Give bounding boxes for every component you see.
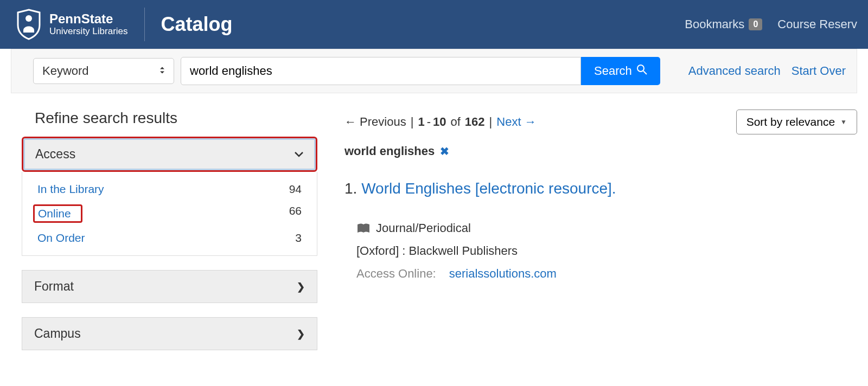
facet-link-on-order[interactable]: On Order bbox=[37, 231, 85, 245]
chevron-down-icon bbox=[294, 149, 304, 160]
pager-of: of bbox=[451, 115, 461, 129]
search-type-select[interactable]: Keyword bbox=[33, 58, 174, 84]
facet-format-header[interactable]: Format ❯ bbox=[22, 270, 317, 303]
facet-item: On Order 3 bbox=[22, 227, 317, 249]
advanced-search-link[interactable]: Advanced search bbox=[688, 64, 781, 78]
result-title-link[interactable]: World Englishes [electronic resource]. bbox=[361, 180, 616, 197]
result-access-row: Access Online: serialssolutions.com bbox=[356, 262, 857, 285]
pager-end: 10 bbox=[433, 115, 446, 129]
access-label: Access Online: bbox=[356, 262, 436, 285]
pager-dash: - bbox=[427, 115, 431, 129]
facet-link-online[interactable]: Online bbox=[33, 204, 82, 223]
svg-line-2 bbox=[643, 71, 647, 74]
search-input[interactable] bbox=[181, 57, 581, 85]
facet-count: 3 bbox=[295, 231, 302, 245]
course-reserves-link[interactable]: Course Reserv bbox=[777, 17, 857, 31]
result-publisher: [Oxford] : Blackwell Publishers bbox=[356, 240, 857, 262]
pager-sep: | bbox=[411, 115, 414, 129]
chevron-right-icon: ❯ bbox=[297, 328, 305, 340]
result-type-row: Journal/Periodical bbox=[356, 217, 857, 240]
search-button-label: Search bbox=[594, 64, 632, 78]
result-number: 1. bbox=[344, 180, 357, 197]
facet-item: Online 66 bbox=[22, 200, 317, 227]
book-icon bbox=[356, 223, 371, 234]
sidebar: Refine search results Access In the Libr… bbox=[22, 110, 317, 350]
active-filter: world englishes ✖ bbox=[344, 144, 857, 158]
facet-campus-header[interactable]: Campus ❯ bbox=[22, 317, 317, 350]
remove-filter-icon[interactable]: ✖ bbox=[440, 145, 449, 158]
logo-title: PennState bbox=[49, 12, 128, 26]
pager: ← Previous | 1 - 10 of 162 | Next → bbox=[344, 115, 537, 129]
refine-heading: Refine search results bbox=[35, 110, 317, 127]
logo-text: PennState University Libraries bbox=[49, 12, 128, 36]
pager-total: 162 bbox=[465, 115, 485, 129]
facet-count: 66 bbox=[289, 204, 302, 223]
header: PennState University Libraries Catalog B… bbox=[0, 0, 868, 49]
facet-access-header[interactable]: Access bbox=[22, 137, 317, 172]
bookmarks-count-badge: 0 bbox=[749, 18, 762, 30]
facet-item: In the Library 94 bbox=[22, 178, 317, 200]
facet-access-body: In the Library 94 Online 66 On Order 3 bbox=[22, 172, 317, 256]
bookmarks-label: Bookmarks bbox=[685, 17, 744, 31]
search-icon bbox=[636, 64, 647, 78]
header-links: Bookmarks 0 Course Reserv bbox=[685, 17, 857, 31]
bookmarks-link[interactable]: Bookmarks 0 bbox=[685, 17, 762, 31]
result-title-row: 1. World Englishes [electronic resource]… bbox=[344, 180, 857, 197]
active-filter-label: world englishes bbox=[344, 144, 435, 158]
result-type: Journal/Periodical bbox=[376, 217, 471, 240]
pager-start: 1 bbox=[418, 115, 424, 129]
svg-point-0 bbox=[25, 15, 32, 22]
logo-subtitle: University Libraries bbox=[49, 27, 128, 37]
result-meta: Journal/Periodical [Oxford] : Blackwell … bbox=[344, 217, 857, 285]
chevron-right-icon: ❯ bbox=[297, 281, 305, 293]
pager-previous: ← Previous bbox=[344, 115, 406, 129]
start-over-link[interactable]: Start Over bbox=[792, 64, 846, 78]
course-reserves-label: Course Reserv bbox=[777, 17, 857, 31]
sort-icon bbox=[159, 66, 165, 76]
access-link[interactable]: serialssolutions.com bbox=[449, 262, 557, 285]
facet-campus-label: Campus bbox=[34, 326, 81, 341]
caret-down-icon: ▼ bbox=[840, 118, 847, 126]
svg-point-1 bbox=[637, 65, 644, 72]
content: ← Previous | 1 - 10 of 162 | Next → Sort… bbox=[344, 110, 857, 350]
facet-link-in-library[interactable]: In the Library bbox=[37, 183, 104, 196]
facet-count: 94 bbox=[289, 183, 302, 196]
search-links: Advanced search Start Over bbox=[688, 64, 846, 78]
facet-access-label: Access bbox=[35, 147, 75, 162]
search-button[interactable]: Search bbox=[581, 57, 660, 85]
pager-row: ← Previous | 1 - 10 of 162 | Next → Sort… bbox=[344, 110, 857, 134]
pager-sep: | bbox=[489, 115, 493, 129]
logo-block[interactable]: PennState University Libraries bbox=[16, 8, 145, 41]
sort-label: Sort by relevance bbox=[746, 115, 835, 128]
searchbar: Keyword Search Advanced search Start Ove… bbox=[11, 49, 857, 93]
pager-next[interactable]: Next → bbox=[496, 115, 536, 129]
facet-format-label: Format bbox=[34, 279, 74, 294]
app-title[interactable]: Catalog bbox=[161, 13, 233, 36]
sort-button[interactable]: Sort by relevance ▼ bbox=[736, 110, 857, 134]
main: Refine search results Access In the Libr… bbox=[0, 93, 868, 361]
shield-icon bbox=[16, 9, 41, 40]
search-type-label: Keyword bbox=[42, 64, 89, 78]
